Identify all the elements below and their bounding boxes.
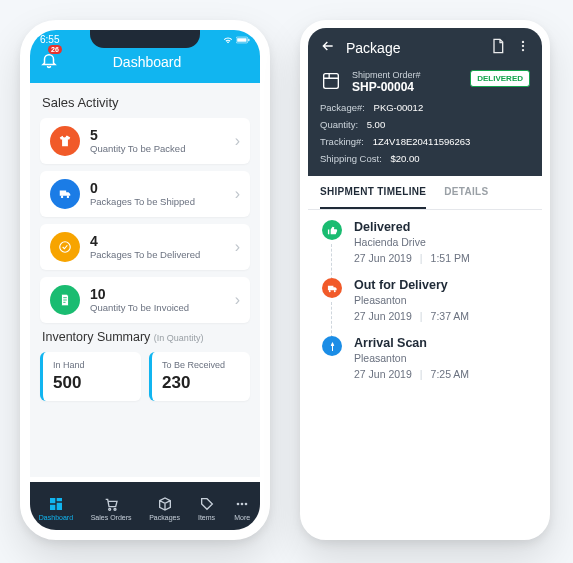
card-value: 4 [90,234,225,249]
shirt-icon [50,126,80,156]
tl-datetime: 27 Jun 2019 | 7:37 AM [354,310,469,322]
notch [90,30,200,48]
battery-icon [236,36,250,44]
truck-icon [50,179,80,209]
tab-label: Dashboard [39,514,73,521]
tl-time: 7:25 AM [431,368,470,380]
pdf-icon [490,38,506,54]
tab-label: Packages [149,514,180,521]
chevron-right-icon: › [235,132,240,150]
timeline-item: Arrival Scan Pleasanton 27 Jun 2019 | 7:… [322,336,528,394]
kv-cost: Shipping Cost: $20.00 [320,153,530,164]
svg-point-8 [245,502,248,505]
svg-point-9 [522,41,524,43]
tab-label: Sales Orders [91,514,132,521]
kebab-icon [516,38,530,54]
notif-badge: 26 [48,45,62,54]
section-inventory-title: Inventory Summary (In Quantity) [42,330,248,344]
kv-val: 1Z4V18E20411596263 [373,136,471,147]
arrow-left-icon [320,38,336,54]
inv-title-sub: (In Quantity) [154,333,204,343]
phone-dashboard: 6:55 26 Dashboard Sales Activity 5 Quant… [20,20,270,540]
tl-date: 27 Jun 2019 [354,252,412,264]
tl-time: 7:37 AM [431,310,470,322]
tab-dashboard[interactable]: Dashboard [39,496,73,521]
status-icons [223,35,250,45]
tl-title: Out for Delivery [354,278,469,292]
thumbs-up-icon [322,220,342,240]
more-button[interactable] [516,38,530,58]
svg-point-10 [522,45,524,47]
card-label: Packages To be Delivered [90,249,225,260]
timeline-content: Out for Delivery Pleasanton 27 Jun 2019 … [354,278,469,322]
card-text: 5 Quantity To be Packed [90,128,225,154]
tl-datetime: 27 Jun 2019 | 1:51 PM [354,252,470,264]
dashboard-icon [47,496,65,512]
tab-items[interactable]: Items [198,496,216,521]
kv-tracking: Tracking#: 1Z4V18E20411596263 [320,136,530,147]
status-badge: DELIVERED [470,70,530,87]
tl-sub: Pleasanton [354,294,469,306]
package-header: Package Shipment Order# SHP-00004 DELIVE… [308,28,542,176]
card-invoiced[interactable]: 10 Quantity To be Invoiced › [40,277,250,323]
status-time: 6:55 [40,34,59,45]
notifications-button[interactable]: 26 [40,51,58,73]
timeline-content: Delivered Hacienda Drive 27 Jun 2019 | 1… [354,220,470,264]
back-button[interactable] [320,38,336,58]
order-number: SHP-00004 [352,80,421,94]
chevron-right-icon: › [235,185,240,203]
inv-label: To Be Received [162,360,240,370]
separator: | [420,252,423,264]
card-value: 0 [90,181,225,196]
kv-key: Shipping Cost: [320,153,382,164]
tab-shipment-timeline[interactable]: SHIPMENT TIMELINE [320,176,426,209]
card-shipped[interactable]: 0 Packages To be Shipped › [40,171,250,217]
invoice-icon [50,285,80,315]
kv-key: Package#: [320,102,365,113]
page-title: Package [346,40,480,56]
card-delivered[interactable]: 4 Packages To be Delivered › [40,224,250,270]
tab-details[interactable]: DETAILS [444,176,488,209]
inv-in-hand[interactable]: In Hand 500 [40,352,141,401]
wifi-icon [223,35,233,45]
tl-date: 27 Jun 2019 [354,368,412,380]
timeline-content: Arrival Scan Pleasanton 27 Jun 2019 | 7:… [354,336,469,380]
inv-label: In Hand [53,360,131,370]
package-outline-icon [320,70,342,96]
svg-point-5 [114,508,116,510]
kv-val: $20.00 [390,153,419,164]
card-text: 10 Quantity To be Invoiced [90,287,225,313]
kv-key: Quantity: [320,119,358,130]
detail-tabs: SHIPMENT TIMELINE DETAILS [308,176,542,210]
separator: | [420,310,423,322]
cart-icon [102,496,120,512]
inv-to-receive[interactable]: To Be Received 230 [149,352,250,401]
tl-sub: Hacienda Drive [354,236,470,248]
card-packed[interactable]: 5 Quantity To be Packed › [40,118,250,164]
tab-more[interactable]: More [233,496,251,521]
tl-sub: Pleasanton [354,352,469,364]
tl-title: Delivered [354,220,470,234]
header-row: Package [320,38,530,58]
card-label: Quantity To be Packed [90,143,225,154]
svg-point-11 [522,49,524,51]
card-text: 0 Packages To be Shipped [90,181,225,207]
tab-label: More [234,514,250,521]
app-header: 26 Dashboard [30,47,260,83]
tab-packages[interactable]: Packages [149,496,180,521]
tl-title: Arrival Scan [354,336,469,350]
card-label: Packages To be Shipped [90,196,225,207]
kv-key: Tracking#: [320,136,364,147]
inv-value: 230 [162,373,240,393]
tab-sales-orders[interactable]: Sales Orders [91,496,132,521]
dashboard-body: Sales Activity 5 Quantity To be Packed ›… [30,83,260,477]
kv-quantity: Quantity: 5.00 [320,119,530,130]
pdf-button[interactable] [490,38,506,58]
tl-datetime: 27 Jun 2019 | 7:25 AM [354,368,469,380]
svg-rect-1 [237,38,246,42]
timeline: Delivered Hacienda Drive 27 Jun 2019 | 1… [308,210,542,470]
tl-date: 27 Jun 2019 [354,310,412,322]
svg-point-4 [109,508,111,510]
kv-val: 5.00 [367,119,386,130]
order-row: Shipment Order# SHP-00004 DELIVERED [320,70,530,96]
